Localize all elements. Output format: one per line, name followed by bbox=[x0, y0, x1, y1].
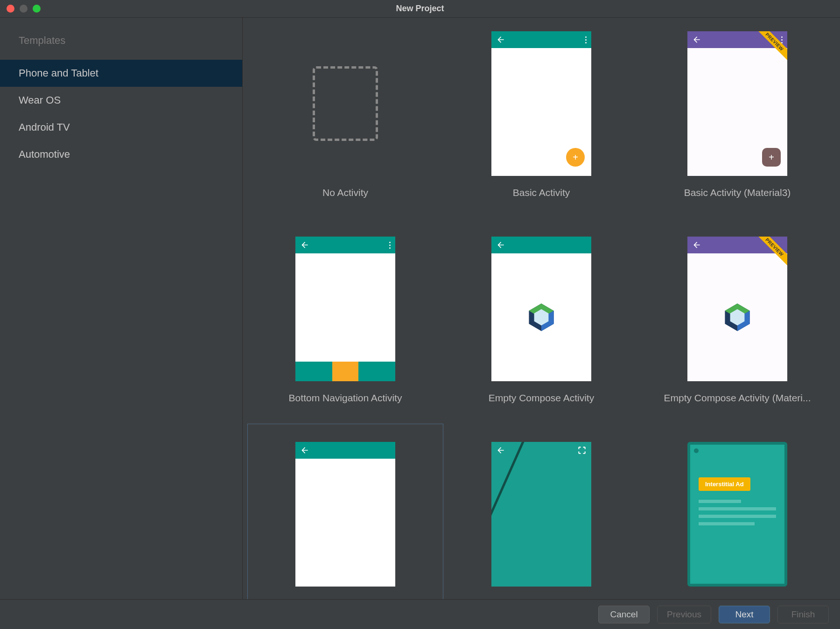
template-label: No Activity bbox=[257, 187, 434, 198]
cancel-button[interactable]: Cancel bbox=[598, 606, 650, 623]
template-bottom-nav[interactable]: Bottom Navigation Activity bbox=[247, 218, 443, 424]
template-label: Google AdMob Ads Activity bbox=[649, 598, 826, 599]
maximize-icon[interactable] bbox=[33, 5, 41, 13]
phone-mock bbox=[295, 442, 395, 587]
overflow-menu-icon bbox=[389, 242, 391, 249]
phone-body: + bbox=[491, 48, 591, 176]
appbar bbox=[295, 237, 395, 253]
appbar bbox=[295, 442, 395, 459]
window-controls bbox=[7, 5, 41, 13]
close-icon[interactable] bbox=[7, 5, 14, 13]
template-thumb: + bbox=[491, 31, 591, 176]
template-label: Empty Compose Activity bbox=[453, 392, 630, 404]
arrow-back-icon bbox=[496, 240, 505, 250]
minimize-icon[interactable] bbox=[20, 5, 28, 13]
template-thumb: + PREVIEW bbox=[687, 31, 787, 176]
new-project-window: New Project Templates Phone and Tablet W… bbox=[0, 0, 840, 629]
template-label: Fullscreen Activity bbox=[453, 598, 630, 599]
template-label: Basic Activity (Material3) bbox=[649, 187, 826, 198]
titlebar: New Project bbox=[0, 0, 840, 18]
templates-sidebar: Templates Phone and Tablet Wear OS Andro… bbox=[0, 18, 243, 599]
template-label: Empty Activity bbox=[257, 598, 434, 599]
template-thumb bbox=[491, 237, 591, 381]
sidebar-item-automotive[interactable]: Automotive bbox=[0, 141, 242, 168]
template-thumb: PREVIEW bbox=[687, 237, 787, 381]
phone-mock bbox=[295, 237, 395, 381]
template-thumb: Interstitial Ad bbox=[687, 442, 787, 587]
template-empty-compose-m3[interactable]: PREVIEW Empty Compose Activity (Materi..… bbox=[639, 218, 835, 424]
overflow-menu-icon bbox=[585, 36, 587, 43]
dashed-placeholder-icon bbox=[313, 66, 378, 141]
interstitial-ad-button: Interstitial Ad bbox=[699, 477, 750, 491]
arrow-back-icon bbox=[692, 35, 701, 44]
dialog-body: Templates Phone and Tablet Wear OS Andro… bbox=[0, 18, 840, 599]
phone-mock: + PREVIEW bbox=[687, 31, 787, 176]
template-grid: No Activity + bbox=[243, 18, 840, 599]
fab-add-icon: + bbox=[762, 148, 781, 167]
template-basic-activity-m3[interactable]: + PREVIEW Basic Activity (Material3) bbox=[639, 18, 835, 218]
template-empty-activity[interactable]: Empty Activity bbox=[247, 424, 443, 599]
fullscreen-icon bbox=[577, 446, 587, 455]
template-thumb bbox=[295, 237, 395, 381]
appbar bbox=[491, 442, 591, 459]
phone-mock: PREVIEW bbox=[687, 237, 787, 381]
next-button[interactable]: Next bbox=[719, 606, 770, 623]
phone-body bbox=[687, 253, 787, 381]
arrow-back-icon bbox=[300, 446, 309, 455]
phone-body bbox=[295, 459, 395, 587]
arrow-back-icon bbox=[496, 446, 505, 455]
compose-logo-icon bbox=[721, 301, 754, 334]
phone-mock bbox=[491, 442, 591, 587]
finish-button: Finish bbox=[777, 606, 829, 623]
template-admob[interactable]: Interstitial Ad Google AdMob Ads Activit… bbox=[639, 424, 835, 599]
template-grid-scroll[interactable]: No Activity + bbox=[243, 18, 840, 599]
phone-mock bbox=[491, 237, 591, 381]
previous-button: Previous bbox=[657, 606, 711, 623]
text-lines bbox=[699, 500, 776, 530]
phone-body: + bbox=[687, 48, 787, 176]
appbar bbox=[491, 31, 591, 48]
template-basic-activity[interactable]: + Basic Activity bbox=[443, 18, 639, 218]
sidebar-item-android-tv[interactable]: Android TV bbox=[0, 114, 242, 141]
overflow-menu-icon bbox=[781, 36, 783, 43]
template-fullscreen[interactable]: Fullscreen Activity bbox=[443, 424, 639, 599]
template-thumb bbox=[295, 442, 395, 587]
bottom-nav-bar bbox=[295, 362, 395, 381]
appbar bbox=[491, 237, 591, 253]
template-no-activity[interactable]: No Activity bbox=[247, 18, 443, 218]
camera-icon bbox=[694, 448, 699, 453]
window-title: New Project bbox=[396, 4, 444, 14]
phone-mock: Interstitial Ad bbox=[687, 442, 787, 587]
template-label: Basic Activity bbox=[453, 187, 630, 198]
phone-mock: + bbox=[491, 31, 591, 176]
template-thumb bbox=[295, 31, 395, 176]
sidebar-item-phone-tablet[interactable]: Phone and Tablet bbox=[0, 60, 242, 87]
template-empty-compose[interactable]: Empty Compose Activity bbox=[443, 218, 639, 424]
template-label: Empty Compose Activity (Materi... bbox=[649, 392, 826, 404]
compose-logo-icon bbox=[525, 301, 558, 334]
sidebar-item-wear-os[interactable]: Wear OS bbox=[0, 87, 242, 114]
phone-body bbox=[491, 253, 591, 381]
template-thumb bbox=[491, 442, 591, 587]
dialog-footer: Cancel Previous Next Finish bbox=[0, 599, 840, 629]
arrow-back-icon bbox=[692, 240, 701, 250]
template-label: Bottom Navigation Activity bbox=[257, 392, 434, 404]
arrow-back-icon bbox=[300, 240, 309, 250]
fab-add-icon: + bbox=[566, 148, 585, 167]
sidebar-header: Templates bbox=[0, 28, 242, 60]
arrow-back-icon bbox=[496, 35, 505, 44]
